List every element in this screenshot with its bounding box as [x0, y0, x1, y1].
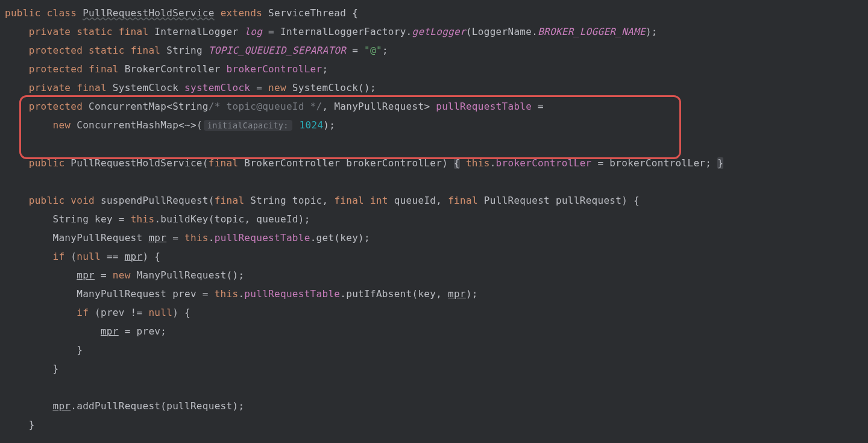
method-call: buildKey	[160, 213, 208, 225]
brace-close: }	[29, 419, 35, 430]
field-name: log	[244, 26, 262, 37]
dot: .	[154, 213, 160, 225]
keyword-null: null	[148, 307, 172, 318]
field-name: pullRequestTable	[215, 232, 310, 243]
generic-type: String	[172, 101, 209, 112]
field-name: systemClock	[184, 82, 250, 93]
comma: ,	[322, 195, 335, 206]
param-name: queueId	[394, 195, 436, 206]
text: =	[262, 26, 280, 37]
field-name: pullRequestTable	[436, 101, 532, 112]
type: InternalLogger	[154, 26, 238, 37]
keyword: if	[77, 307, 89, 318]
text: =	[592, 157, 610, 169]
keyword: public	[29, 157, 65, 169]
paren: (	[203, 157, 209, 169]
angle-bracket: <	[166, 101, 172, 112]
text: =	[95, 269, 113, 281]
keyword-this: this	[466, 157, 490, 169]
comma: ,	[322, 101, 335, 112]
paren: );	[323, 119, 335, 131]
brace-open: {	[454, 157, 460, 169]
method-call: .putIfAbsent(key,	[340, 288, 448, 300]
keyword: private	[29, 82, 71, 93]
param-name: brokerControlLer	[346, 157, 442, 169]
code-line: protected static final String TOPIC_QUEU…	[0, 41, 868, 60]
keyword: final	[209, 157, 239, 169]
keyword: new	[268, 82, 286, 93]
keyword: final	[448, 195, 478, 206]
superclass-name: ServiceThread	[268, 7, 346, 19]
constant: BROKER_LOGGER_NAME	[538, 26, 646, 37]
comment: /* topic@queueId */	[209, 101, 322, 112]
text: =	[113, 213, 131, 225]
comma: ,	[436, 195, 448, 206]
text: =	[346, 45, 364, 56]
diamond-operator: <~>	[178, 119, 197, 131]
dot: .	[490, 157, 496, 169]
type: ManyPullRequest	[77, 288, 166, 300]
paren-cond: (prev !=	[89, 307, 148, 318]
parameter-hint: initialCapacity:	[204, 120, 292, 131]
keyword-this: this	[131, 213, 155, 225]
args: (topic, queueId);	[209, 213, 310, 225]
text: = prev;	[119, 325, 166, 337]
type: BrokerController	[125, 63, 221, 75]
code-line: ManyPullRequest prev = this.pullRequestT…	[0, 284, 868, 303]
paren-brace: ) {	[621, 195, 640, 206]
text: =	[532, 101, 544, 112]
call: ();	[358, 82, 376, 93]
paren: (	[466, 26, 472, 37]
keyword-this: this	[215, 288, 239, 300]
var-name: key	[95, 213, 113, 225]
keyword: void	[71, 195, 95, 206]
dot: .	[209, 232, 215, 243]
code-line: protected ConcurrentMap<String/* topic@q…	[0, 97, 868, 116]
code-line: }	[0, 341, 868, 359]
constructor: SystemClock	[292, 82, 358, 93]
var-name: prev	[172, 288, 197, 300]
constructor-name: PullRequestHoldService	[71, 157, 203, 169]
code-line: protected final BrokerController brokerC…	[0, 60, 868, 78]
type: ManyPullRequest	[52, 232, 142, 243]
code-line: public class PullRequestHoldService exte…	[0, 4, 868, 22]
param-name: brokerControlLer	[609, 157, 705, 169]
method-call: .addPullRequest(pullRequest);	[71, 400, 244, 412]
code-line: mpr.addPullRequest(pullRequest);	[0, 397, 868, 415]
keyword-null: null	[77, 251, 101, 262]
keyword: private	[29, 26, 71, 37]
text: =	[250, 82, 268, 93]
code-line: if (null == mpr) {	[0, 247, 868, 266]
code-line: public PullRequestHoldService(final Brok…	[0, 154, 868, 172]
text: =	[166, 232, 184, 243]
param-type: BrokerController	[244, 157, 340, 169]
number-literal: 1024	[300, 119, 324, 131]
code-line: mpr = prev;	[0, 322, 868, 341]
keyword: int	[370, 195, 388, 206]
var-name: mpr	[148, 232, 166, 243]
keyword: final	[77, 82, 107, 93]
keyword-public: public	[5, 7, 41, 19]
keyword: protected	[29, 101, 83, 112]
keyword: final	[131, 45, 161, 56]
var-name: mpr	[125, 251, 143, 262]
keyword: protected	[29, 45, 83, 56]
semicolon: ;	[322, 63, 329, 75]
code-editor[interactable]: public class PullRequestHoldService exte…	[0, 4, 868, 434]
text: =	[197, 288, 215, 300]
var-name: mpr	[77, 269, 95, 281]
class-ref: InternalLoggerFactory	[280, 26, 406, 37]
param-type: PullRequest	[484, 195, 550, 206]
field-name: TOPIC_QUEUEID_SEPARATOR	[209, 45, 346, 56]
paren: (	[64, 251, 77, 262]
code-line: mpr = new ManyPullRequest();	[0, 266, 868, 284]
brace-open: {	[352, 7, 358, 19]
code-line: private static final InternalLogger log …	[0, 22, 868, 41]
paren-brace: ) {	[143, 251, 161, 262]
method-call: .get(key);	[310, 232, 370, 243]
paren: );	[646, 26, 658, 37]
constructor: ManyPullRequest();	[131, 269, 245, 281]
code-line-blank	[0, 135, 868, 154]
brace-close: }	[717, 157, 723, 169]
dot: .	[238, 288, 244, 300]
